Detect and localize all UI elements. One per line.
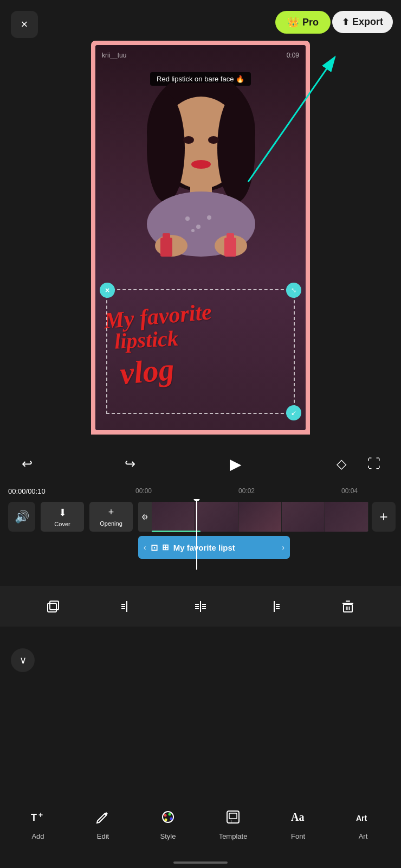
svg-point-10 [207, 215, 211, 220]
svg-text:+: + [38, 810, 43, 819]
split-button[interactable] [187, 593, 214, 620]
close-button[interactable]: × [11, 11, 38, 38]
text-track-right-arrow[interactable]: › [282, 543, 284, 552]
timecode-1: 00:02 [238, 487, 255, 495]
collapse-icon: ∨ [20, 654, 27, 666]
video-username: krii__tuu [102, 52, 126, 59]
svg-rect-14 [160, 238, 172, 257]
export-label: Export [352, 16, 383, 28]
svg-point-49 [170, 818, 173, 820]
bottom-toolbar: ∨ T + Add Edit [0, 640, 401, 868]
split-icon [193, 599, 208, 614]
video-thumb-2 [195, 502, 238, 532]
nav-item-font[interactable]: Aa Font [279, 809, 317, 840]
bottom-nav: T + Add Edit [0, 797, 401, 852]
right-controls: ◇ ⛶ [331, 453, 385, 475]
fullscreen-button[interactable]: ⛶ [363, 453, 385, 475]
nav-item-template[interactable]: T Template [214, 809, 252, 840]
person-silhouette [106, 83, 296, 278]
clip-settings[interactable]: ⚙ [138, 502, 152, 532]
video-thumb-3 [238, 502, 282, 532]
timecode-0: 00:00 [135, 487, 152, 495]
svg-point-5 [217, 94, 255, 202]
timecode-2: 00:04 [341, 487, 358, 495]
video-top-bar: krii__tuu 0:09 [95, 52, 306, 59]
play-button[interactable]: ▶ [222, 450, 249, 477]
nav-item-style[interactable]: Style [149, 809, 187, 840]
pro-label: Pro [302, 17, 319, 28]
svg-rect-22 [50, 601, 59, 610]
svg-text:Aa: Aa [291, 811, 304, 823]
undo-button[interactable]: ↩ [16, 453, 38, 475]
video-timestamp: 0:09 [287, 52, 299, 59]
svg-point-4 [147, 94, 185, 202]
pro-button[interactable]: 👑 Pro [275, 11, 331, 34]
playhead[interactable] [196, 499, 197, 570]
split-left-icon [119, 599, 134, 614]
clip-opening[interactable]: + Opening [89, 502, 133, 532]
redo-icon: ↪ [125, 456, 135, 471]
clip-cover[interactable]: ⬇ Cover [41, 502, 84, 532]
nav-add-label: Add [31, 832, 44, 840]
timeline-area: 00:00/00:10 00:00 00:02 00:04 🔊 ⬇ Cover … [0, 483, 401, 580]
svg-rect-16 [224, 238, 236, 257]
handle-resize[interactable]: ↙ [286, 405, 301, 420]
opening-plus-icon: + [108, 507, 114, 518]
svg-rect-15 [163, 233, 170, 240]
video-thumb-4 [282, 502, 325, 532]
cover-arrow-icon: ⬇ [59, 507, 67, 519]
close-icon: × [21, 17, 28, 31]
add-clip-icon: + [379, 508, 387, 525]
export-upload-icon: ⬆ [342, 17, 349, 27]
split-right-icon [267, 599, 282, 614]
text-track-box-icon: ⊡ [151, 542, 158, 553]
text-track-edit-icon: ⊞ [162, 542, 169, 552]
nav-template-label: Template [219, 832, 248, 840]
opening-label: Opening [100, 520, 122, 527]
svg-point-11 [191, 229, 195, 232]
video-frame: krii__tuu 0:09 Red lipstick on bare face… [91, 41, 310, 435]
nav-item-art[interactable]: Art Art [344, 809, 382, 840]
cover-label: Cover [54, 521, 70, 527]
nav-item-edit[interactable]: Edit [84, 809, 122, 840]
delete-icon [340, 599, 355, 614]
volume-button[interactable]: 🔊 [8, 502, 35, 532]
progress-bar [152, 531, 200, 532]
nav-item-add[interactable]: T + Add [19, 809, 57, 840]
copy-button[interactable] [40, 593, 67, 620]
svg-text:T: T [31, 812, 37, 823]
crown-icon: 👑 [287, 16, 299, 28]
text-track-left-arrow[interactable]: ‹ [144, 543, 146, 552]
keyframe-button[interactable]: ◇ [331, 453, 352, 475]
svg-point-50 [165, 819, 167, 821]
art-icon: Art [355, 809, 371, 829]
timeline-tracks: 🔊 ⬇ Cover + Opening ⚙ + [0, 499, 401, 578]
split-right-button[interactable] [261, 593, 288, 620]
nav-edit-label: Edit [97, 832, 109, 840]
svg-point-19 [208, 136, 219, 144]
video-strip[interactable] [152, 502, 368, 532]
delete-button[interactable] [334, 593, 361, 620]
settings-icon: ⚙ [141, 513, 148, 521]
volume-icon: 🔊 [15, 510, 29, 524]
text-track[interactable]: ‹ ⊡ ⊞ My favorite lipst › [138, 536, 290, 559]
redo-button[interactable]: ↪ [119, 453, 141, 475]
video-background: krii__tuu 0:09 Red lipstick on bare face… [95, 45, 306, 430]
style-palette-icon [160, 809, 176, 829]
split-left-button[interactable] [113, 593, 140, 620]
svg-point-46 [163, 812, 173, 822]
video-thumb-1 [152, 502, 195, 532]
calligraphy-text: My favorite lipstick vlog [104, 300, 297, 384]
svg-point-9 [196, 225, 200, 229]
font-icon: Aa [290, 809, 306, 829]
svg-text:T: T [230, 819, 232, 824]
collapse-button[interactable]: ∨ [11, 648, 35, 672]
time-display: 00:00/00:10 [8, 487, 46, 495]
add-clip-button[interactable]: + [372, 502, 396, 532]
handle-close[interactable]: × [100, 283, 115, 298]
svg-point-48 [169, 813, 171, 816]
copy-icon [46, 599, 61, 614]
export-button[interactable]: ⬆ Export [332, 11, 393, 33]
trim-controls-bar [0, 586, 401, 627]
calligraphy-overlay[interactable]: My favorite lipstick vlog × ⤡ ↙ [104, 300, 297, 419]
